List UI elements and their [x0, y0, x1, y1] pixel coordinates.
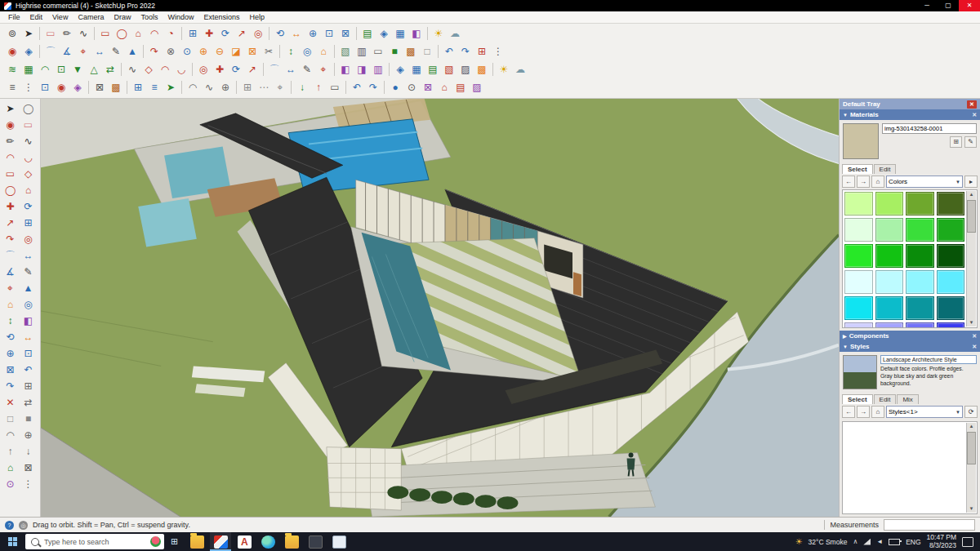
tray-title-bar[interactable]: Default Tray ✕: [840, 99, 980, 109]
taskbar-search[interactable]: Type here to search: [25, 534, 164, 549]
color-swatch-7[interactable]: [937, 218, 965, 242]
help-icon[interactable]: ?: [5, 521, 14, 530]
style-builder-icon[interactable]: ▨: [470, 80, 484, 95]
flip-edge-icon[interactable]: ⇄: [103, 62, 118, 77]
smoove-icon[interactable]: ◠: [38, 62, 52, 77]
scroll-up-icon[interactable]: ▲: [969, 191, 974, 198]
export-icon[interactable]: ↑: [311, 80, 326, 95]
select-icon[interactable]: ➤: [2, 100, 18, 116]
styles-collection-dropdown[interactable]: Styles<1> ▼: [886, 406, 963, 418]
paint-sample-button[interactable]: ✎: [964, 136, 977, 148]
section-fill-icon[interactable]: ◨: [354, 62, 369, 77]
zoom-extents-icon[interactable]: ⊠: [338, 26, 353, 41]
redo-icon[interactable]: ↷: [366, 80, 381, 95]
battery-icon[interactable]: [889, 539, 900, 545]
color-swatch-18[interactable]: [906, 296, 934, 320]
menu-tools[interactable]: Tools: [136, 13, 163, 21]
section-plane-icon[interactable]: ◧: [20, 313, 36, 328]
material-name-input[interactable]: [882, 123, 977, 134]
rotated-rectangle-icon[interactable]: ◇: [141, 62, 156, 77]
add-detail-icon[interactable]: △: [87, 62, 101, 77]
extension-manager-icon[interactable]: ⊙: [2, 476, 18, 491]
two-point-arc-icon[interactable]: ◡: [20, 149, 36, 165]
zoom-icon[interactable]: ⊕: [305, 26, 320, 41]
orbit-icon[interactable]: ⟲: [273, 26, 287, 41]
material-thumbnail[interactable]: [843, 123, 879, 159]
measurements-input[interactable]: [884, 519, 975, 531]
soften-icon[interactable]: ◠: [2, 427, 18, 442]
styles-tab-mix[interactable]: Mix: [897, 394, 918, 404]
scale-icon[interactable]: ↗: [234, 26, 249, 41]
solid-subtract-icon[interactable]: ⊖: [212, 44, 227, 59]
print-icon[interactable]: ▭: [327, 80, 342, 95]
photo-match-icon[interactable]: ⊠: [20, 460, 36, 475]
add-location-icon[interactable]: ⌂: [2, 460, 18, 475]
tape-measure-icon[interactable]: ⌒: [2, 247, 18, 263]
line-icon[interactable]: ✏: [60, 26, 74, 41]
styles-tab-edit[interactable]: Edit: [874, 394, 897, 404]
axes-icon[interactable]: ⌖: [76, 44, 91, 59]
shadows-icon[interactable]: ☀: [431, 26, 446, 41]
shaded-textures-icon[interactable]: ▩: [403, 44, 418, 59]
menu-view[interactable]: View: [47, 13, 73, 21]
color-swatch-17[interactable]: [875, 296, 904, 320]
view-top-icon[interactable]: ▦: [409, 62, 424, 77]
color-swatch-1[interactable]: [875, 192, 904, 216]
south-arrow-icon[interactable]: ↓: [20, 443, 36, 459]
north-arrow-icon[interactable]: ↑: [2, 443, 18, 459]
view-right-icon[interactable]: ▧: [442, 62, 457, 77]
zoom-icon[interactable]: ⊕: [2, 345, 18, 361]
model-info-tool-icon[interactable]: ⋮: [20, 476, 36, 491]
look-around-icon[interactable]: ◎: [20, 296, 36, 312]
eraser-icon[interactable]: ▭: [20, 117, 36, 132]
pan-icon[interactable]: ↔: [20, 329, 36, 344]
tray-close-button[interactable]: ✕: [967, 100, 977, 109]
styles-in-model-button[interactable]: ⌂: [871, 406, 884, 418]
front-view-icon[interactable]: ▤: [360, 26, 375, 41]
menu-camera[interactable]: Camera: [73, 13, 109, 21]
polygon-icon[interactable]: ⌂: [131, 26, 145, 41]
guides-icon[interactable]: ⋯: [256, 80, 271, 95]
components-close-icon[interactable]: ✕: [972, 333, 977, 340]
fog-toggle-icon[interactable]: ☁: [513, 62, 528, 77]
flip-icon[interactable]: ⇄: [20, 394, 36, 410]
file-explorer-taskbar-icon[interactable]: [186, 532, 207, 551]
hidden-line-icon[interactable]: ▭: [371, 44, 385, 59]
section-cut-icon[interactable]: ◧: [338, 62, 353, 77]
details-arrow-button[interactable]: ▸: [964, 176, 978, 188]
weather-text[interactable]: 32°C Smoke: [808, 538, 848, 546]
scale-icon[interactable]: ↗: [2, 215, 18, 230]
dimension-icon[interactable]: ↔: [92, 44, 107, 59]
color-swatch-5[interactable]: [875, 218, 904, 242]
color-swatch-15[interactable]: [937, 270, 965, 294]
move-icon[interactable]: ✚: [202, 26, 216, 41]
lasso-icon[interactable]: ◯: [20, 100, 36, 116]
menu-extensions[interactable]: Extensions: [198, 13, 244, 21]
close-button[interactable]: ✕: [959, 0, 980, 11]
freehand-icon[interactable]: ∿: [20, 133, 36, 149]
arc-icon[interactable]: ◠: [2, 149, 18, 165]
materials-collection-dropdown[interactable]: Colors ▼: [886, 176, 963, 188]
back-arrow-button[interactable]: ←: [842, 176, 855, 188]
geolocation-icon[interactable]: ◎: [19, 521, 28, 530]
protractor-icon[interactable]: ∡: [2, 264, 18, 279]
weld-icon[interactable]: ⊕: [20, 427, 36, 442]
downloads-folder-taskbar-icon[interactable]: [281, 532, 302, 551]
move-copy-icon[interactable]: ✚: [212, 62, 227, 77]
materials-scrollbar[interactable]: ▲ ▼: [966, 191, 976, 327]
shaded-icon[interactable]: ■: [387, 44, 402, 59]
wireframe-icon[interactable]: ▥: [354, 44, 369, 59]
styles-tab-select[interactable]: Select: [842, 394, 873, 404]
search-highlights-icon[interactable]: [150, 536, 161, 547]
split-icon[interactable]: ✂: [261, 44, 276, 59]
rotate-copy-icon[interactable]: ⟳: [229, 62, 243, 77]
eraser-icon[interactable]: ▭: [43, 26, 58, 41]
photo-textures-icon[interactable]: ▩: [109, 80, 123, 95]
maximize-button[interactable]: ▢: [938, 0, 959, 11]
styles-list[interactable]: ▲ ▼: [842, 421, 978, 514]
make-group-icon[interactable]: ⊞: [20, 378, 36, 393]
push-pull-icon[interactable]: ⊞: [185, 26, 200, 41]
pan-icon[interactable]: ↔: [289, 26, 304, 41]
model-scene[interactable]: [41, 99, 839, 517]
minimize-button[interactable]: ─: [916, 0, 938, 11]
